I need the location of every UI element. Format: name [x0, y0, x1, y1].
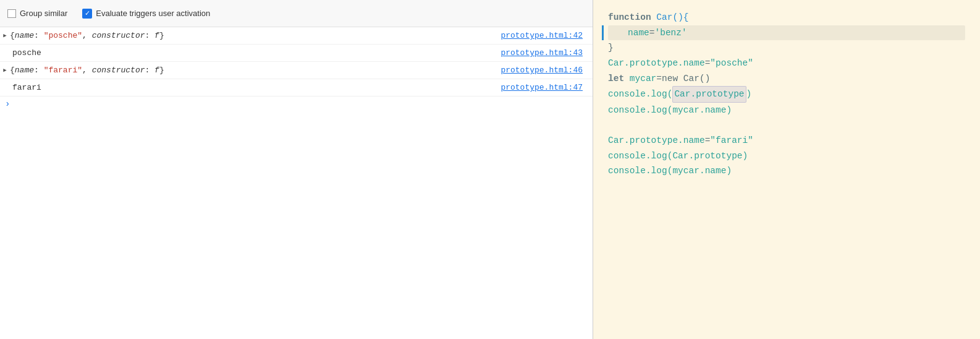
- row-content: {name: "posche", constructor: f}: [10, 31, 501, 40]
- row-text: farari: [12, 83, 41, 92]
- console-panel: Group similar ✓ Evaluate triggers user a…: [0, 0, 593, 339]
- row-text: {name: "farari", constructor: f}: [10, 66, 164, 75]
- group-similar-item[interactable]: Group similar: [7, 9, 67, 18]
- code-line: function Car(){: [608, 10, 965, 25]
- code-token: console.log(Car.prototype): [608, 148, 748, 164]
- code-line-blank: [608, 118, 965, 133]
- code-token: console.log(: [608, 87, 672, 102]
- row-text: {name: "posche", constructor: f}: [10, 31, 164, 40]
- code-line: let mycar=new Car(): [608, 71, 965, 87]
- row-content: posche: [12, 48, 501, 58]
- evaluate-triggers-label: Evaluate triggers user activation: [96, 9, 210, 18]
- code-token: =new Car(): [656, 71, 710, 87]
- code-token: =: [649, 25, 655, 41]
- code-token: "farari": [710, 133, 753, 148]
- console-prompt[interactable]: ›: [0, 97, 593, 111]
- console-toolbar: Group similar ✓ Evaluate triggers user a…: [0, 0, 593, 27]
- code-line: console.log(mycar.name): [608, 163, 965, 179]
- code-token: "posche": [710, 56, 753, 71]
- row-text: posche: [12, 48, 41, 58]
- expand-arrow[interactable]: [0, 66, 10, 75]
- code-token: }: [608, 40, 614, 56]
- console-row: {name: "farari", constructor: f} prototy…: [0, 62, 593, 79]
- code-line-highlighted: name='benz': [608, 25, 965, 41]
- code-block: function Car(){ name='benz' } Car.protot…: [608, 10, 965, 179]
- console-output: {name: "posche", constructor: f} prototy…: [0, 27, 593, 339]
- code-line: Car.prototype.name="posche": [608, 56, 965, 71]
- console-row: {name: "posche", constructor: f} prototy…: [0, 27, 593, 45]
- code-editor-panel: function Car(){ name='benz' } Car.protot…: [593, 0, 980, 339]
- evaluate-triggers-checkbox[interactable]: ✓: [82, 9, 92, 19]
- code-line: Car.prototype.name="farari": [608, 133, 965, 148]
- code-line: console.log(Car.prototype): [608, 148, 965, 164]
- row-source[interactable]: prototype.html:43: [501, 48, 588, 58]
- row-source[interactable]: prototype.html:47: [501, 83, 588, 92]
- row-content: {name: "farari", constructor: f}: [10, 66, 501, 75]
- code-token: mycar: [624, 71, 656, 87]
- keyword-function: function: [608, 10, 651, 25]
- function-name: Car(){: [651, 10, 689, 25]
- evaluate-triggers-item[interactable]: ✓ Evaluate triggers user activation: [82, 9, 210, 19]
- code-token: =: [705, 133, 711, 148]
- code-token: ): [746, 87, 752, 102]
- console-row: farari prototype.html:47: [0, 79, 593, 97]
- keyword-let: let: [608, 71, 624, 87]
- code-line: }: [608, 40, 965, 56]
- code-token: Car.prototype.name: [608, 133, 705, 148]
- console-row: posche prototype.html:43: [0, 45, 593, 62]
- row-source[interactable]: prototype.html:42: [501, 31, 588, 40]
- code-token: console.log(mycar.name): [608, 163, 732, 179]
- group-similar-label: Group similar: [20, 9, 67, 18]
- code-line: console.log(Car.prototype): [608, 86, 965, 103]
- row-content: farari: [12, 83, 501, 92]
- code-token: name: [628, 25, 649, 41]
- row-source[interactable]: prototype.html:46: [501, 66, 588, 75]
- code-token: =: [705, 56, 711, 71]
- expand-arrow[interactable]: [0, 31, 10, 41]
- code-token: 'benz': [655, 25, 687, 41]
- code-line: console.log(mycar.name): [608, 103, 965, 118]
- code-token: Car.prototype.name: [608, 56, 705, 71]
- prompt-chevron-icon: ›: [5, 99, 10, 109]
- left-bar-indicator: [602, 25, 604, 41]
- group-similar-checkbox[interactable]: [7, 9, 16, 18]
- code-token: console.log(mycar.name): [608, 103, 732, 118]
- code-token-highlighted: Car.prototype: [672, 86, 746, 103]
